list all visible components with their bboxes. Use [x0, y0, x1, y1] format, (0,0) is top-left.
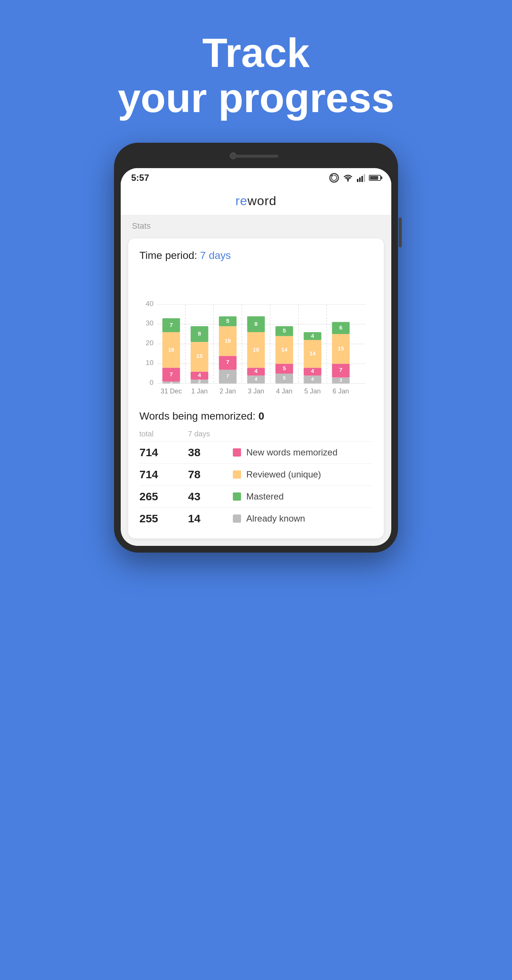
legend-label-0: New words memorized — [246, 447, 338, 458]
svg-point-2 — [347, 180, 349, 181]
svg-text:8: 8 — [255, 321, 257, 327]
wifi-icon — [343, 174, 353, 182]
svg-text:18: 18 — [168, 346, 174, 353]
svg-text:4: 4 — [311, 368, 314, 374]
svg-text:14: 14 — [309, 350, 316, 356]
app-title-word: word — [247, 194, 276, 208]
legend-item-2: Mastered — [233, 491, 284, 502]
stats-days-1: 78 — [188, 468, 218, 481]
side-button — [399, 218, 402, 247]
svg-text:18: 18 — [253, 346, 259, 353]
stats-days-0: 38 — [188, 446, 218, 459]
svg-text:7: 7 — [170, 322, 173, 328]
stats-row-2: 265 43 Mastered — [139, 485, 373, 508]
svg-text:3 Jan: 3 Jan — [248, 387, 264, 395]
svg-text:7: 7 — [226, 359, 229, 365]
phone-top-bar — [121, 150, 391, 164]
svg-text:4: 4 — [198, 372, 201, 378]
signal-icon — [357, 174, 365, 182]
legend-label-3: Already known — [246, 513, 305, 524]
svg-rect-4 — [359, 177, 360, 182]
memorized-count: 0 — [258, 410, 265, 422]
time-period-row: Time period: 7 days — [139, 250, 373, 261]
svg-text:6 Jan: 6 Jan — [333, 387, 349, 395]
svg-text:5: 5 — [282, 327, 286, 334]
svg-text:5 Jan: 5 Jan — [304, 387, 321, 395]
svg-text:3: 3 — [339, 377, 342, 383]
svg-marker-0 — [331, 175, 334, 176]
time-period-value[interactable]: 7 days — [200, 250, 231, 261]
status-time: 5:57 — [131, 173, 149, 183]
legend-dot-0 — [233, 448, 241, 457]
legend-dot-1 — [233, 470, 241, 479]
bar-chart: 40 30 20 10 0 — [139, 270, 373, 399]
svg-text:20: 20 — [146, 339, 154, 347]
speaker — [234, 155, 278, 158]
stats-row-3: 255 14 Already known — [139, 508, 373, 530]
svg-text:6: 6 — [339, 324, 342, 331]
legend-dot-3 — [233, 514, 241, 523]
svg-text:2 Jan: 2 Jan — [219, 387, 236, 395]
svg-rect-5 — [361, 176, 363, 182]
legend-item-1: Reviewed (unique) — [233, 469, 321, 480]
svg-text:0: 0 — [150, 379, 154, 386]
app-title-re: re — [236, 194, 247, 208]
status-bar: 5:57 — [121, 168, 391, 186]
stats-row-1: 714 78 Reviewed (unique) — [139, 463, 373, 485]
stats-total-2: 265 — [139, 490, 173, 503]
svg-text:7: 7 — [339, 366, 342, 373]
svg-text:4 Jan: 4 Jan — [276, 387, 293, 395]
stats-days-2: 43 — [188, 490, 218, 503]
stats-total-1: 714 — [139, 468, 173, 481]
chart-svg: 40 30 20 10 0 — [139, 270, 373, 398]
svg-text:5: 5 — [283, 375, 286, 381]
col-total-label: total — [139, 430, 173, 438]
stats-card: Time period: 7 days 40 30 20 10 — [128, 239, 384, 538]
app-header: reword — [121, 186, 391, 215]
sync-icon — [329, 173, 339, 183]
app-title: reword — [236, 194, 276, 208]
svg-text:15: 15 — [196, 353, 203, 359]
svg-text:40: 40 — [146, 300, 154, 307]
svg-text:15: 15 — [225, 337, 231, 344]
svg-text:4: 4 — [311, 376, 314, 382]
legend-item-3: Already known — [233, 513, 305, 524]
col-days-label: 7 days — [188, 430, 218, 438]
svg-text:31 Dec: 31 Dec — [161, 387, 182, 395]
memorized-row: Words being memorized: 0 — [139, 410, 373, 422]
stats-row-0: 714 38 New words memorized — [139, 441, 373, 463]
svg-text:4: 4 — [255, 368, 258, 374]
stats-total-3: 255 — [139, 512, 173, 525]
svg-text:14: 14 — [281, 346, 287, 353]
stats-days-3: 14 — [188, 512, 218, 525]
legend-item-0: New words memorized — [233, 447, 338, 458]
svg-text:4: 4 — [311, 332, 314, 339]
memorized-label: Words being memorized: — [139, 410, 256, 422]
svg-text:7: 7 — [226, 373, 229, 379]
stats-header: total 7 days — [139, 430, 373, 438]
hero-line1: Track — [202, 30, 309, 75]
time-period-label: Time period: — [139, 250, 197, 261]
svg-text:7: 7 — [170, 371, 173, 377]
svg-text:10: 10 — [146, 359, 154, 366]
status-icons — [329, 173, 381, 183]
legend-dot-2 — [233, 492, 241, 501]
phone-mockup: 5:57 — [114, 143, 398, 552]
svg-text:4: 4 — [255, 376, 257, 382]
svg-rect-3 — [357, 179, 359, 182]
svg-rect-6 — [364, 174, 365, 182]
battery-icon — [369, 175, 381, 181]
svg-text:8: 8 — [198, 330, 201, 337]
hero-line2: your progress — [118, 75, 394, 121]
legend-label-2: Mastered — [246, 491, 284, 502]
svg-text:5: 5 — [226, 318, 229, 324]
svg-text:15: 15 — [338, 345, 344, 352]
stats-section-label: Stats — [121, 215, 391, 235]
svg-text:30: 30 — [146, 319, 154, 327]
legend-label-1: Reviewed (unique) — [246, 469, 321, 480]
phone-screen: 5:57 — [121, 168, 391, 546]
stats-total-0: 714 — [139, 446, 173, 459]
svg-text:5: 5 — [282, 365, 286, 371]
svg-text:1 Jan: 1 Jan — [191, 387, 208, 395]
hero-section: Track your progress — [118, 30, 394, 120]
